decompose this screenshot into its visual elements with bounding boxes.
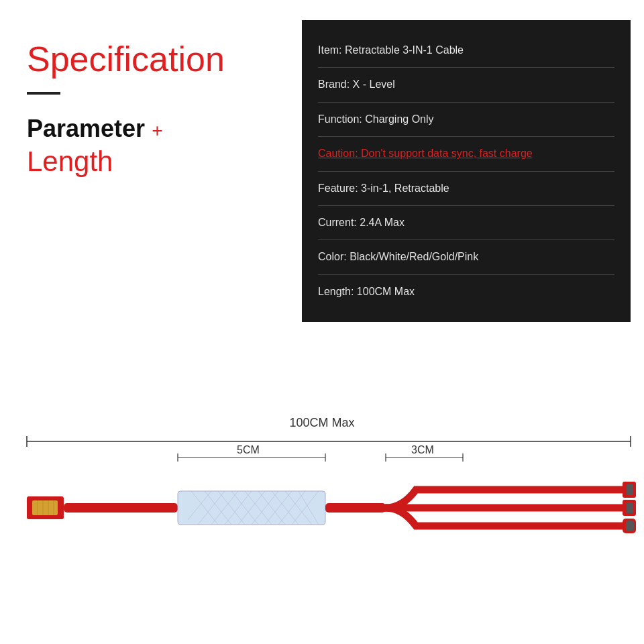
svg-rect-17 <box>64 503 178 513</box>
spec-item-0: Item: Retractable 3-IN-1 Cable <box>318 34 614 68</box>
parameter-label: Parameter <box>27 115 145 143</box>
left-panel: Specification Parameter + Length <box>27 40 235 178</box>
svg-rect-43 <box>626 521 634 531</box>
svg-rect-37 <box>325 503 386 513</box>
specification-title: Specification <box>27 40 235 78</box>
total-length-label: 100CM Max <box>289 416 354 430</box>
spec-item-1: Brand: X - Level <box>318 68 614 102</box>
svg-text:5CM: 5CM <box>237 444 260 455</box>
svg-text:3CM: 3CM <box>411 444 434 455</box>
dash-line <box>27 92 60 95</box>
diagram-section: 100CM Max 5CM 3CM <box>13 416 631 604</box>
cable-diagram-svg: 5CM 3CM <box>20 429 637 577</box>
spec-item-6: Color: Black/White/Red/Gold/Pink <box>318 240 614 274</box>
svg-rect-39 <box>627 484 633 495</box>
spec-item-4: Feature: 3-in-1, Retractable <box>318 172 614 206</box>
page-container: Specification Parameter + Length Item: R… <box>0 0 644 644</box>
spec-item-5: Current: 2.4A Max <box>318 206 614 240</box>
length-label: Length <box>27 146 235 178</box>
parameter-row: Parameter + <box>27 115 235 143</box>
spec-panel: Item: Retractable 3-IN-1 CableBrand: X -… <box>302 20 631 322</box>
spec-item-2: Function: Charging Only <box>318 103 614 137</box>
spec-item-3: Caution: Don't support data sync, fast c… <box>318 137 614 171</box>
spec-item-7: Length: 100CM Max <box>318 275 614 309</box>
svg-rect-41 <box>627 502 633 513</box>
parameter-plus: + <box>152 120 162 142</box>
